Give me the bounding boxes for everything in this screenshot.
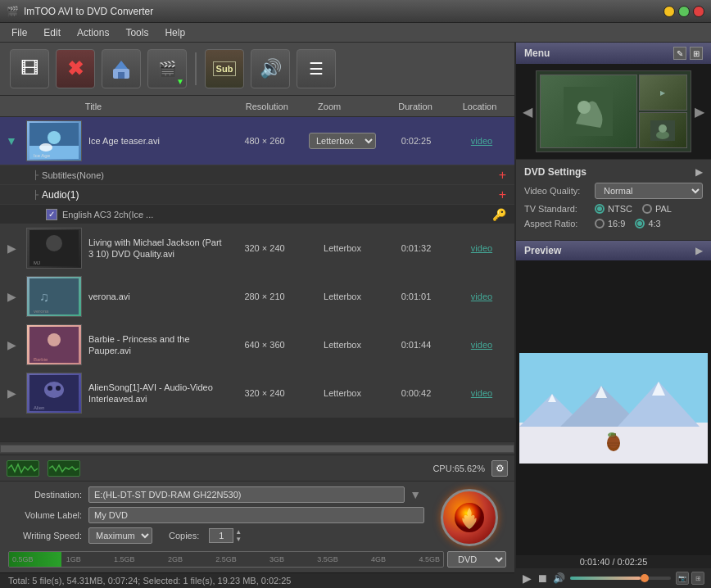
- progress-thumb[interactable]: [641, 574, 649, 582]
- destination-dropdown[interactable]: ▼: [406, 486, 424, 503]
- video-quality-label: Video Quality:: [524, 186, 590, 196]
- wav-icon-1: [7, 460, 39, 477]
- statusbar: CPU:65.62% ⚙: [0, 455, 514, 481]
- preview-progress-slider[interactable]: [570, 577, 671, 580]
- horizontal-scrollbar[interactable]: [0, 441, 514, 455]
- svg-point-27: [659, 124, 667, 133]
- menu-tools[interactable]: Tools: [117, 25, 156, 41]
- menu-next-button[interactable]: ▶: [695, 104, 704, 120]
- file-row[interactable]: ▶ ♫ verona verona.avi 280 × 210 Letterbo…: [0, 273, 514, 321]
- ntsc-label: NTSC: [608, 204, 632, 214]
- file-row[interactable]: ▶ Barbie Barbie - Princess and the Paupe…: [0, 321, 514, 369]
- file-row[interactable]: ▶ Alien AlienSong[1]-AVI - Audio-Video I…: [0, 369, 514, 418]
- menu-grid-button[interactable]: ⊞: [690, 47, 703, 60]
- format-select[interactable]: DVDDVD-5DVD-9: [447, 551, 506, 568]
- app-icon: 🎬: [7, 6, 19, 17]
- audio-track-name: English AC3 2ch(Ice ...: [62, 210, 153, 219]
- ar-4-3-radio[interactable]: [635, 219, 645, 228]
- volume-label-input[interactable]: [88, 507, 424, 523]
- subtitle-button[interactable]: Sub: [205, 49, 244, 88]
- progress-label-7: 4GB: [371, 555, 386, 563]
- file-duration: 0:01:01: [383, 292, 449, 301]
- total-status-text: Total: 5 file(s), 54.31MB, 0:07:24; Sele…: [8, 576, 291, 586]
- preview-title: Preview: [524, 245, 561, 256]
- row-expand-icon[interactable]: ▶: [0, 242, 23, 255]
- destination-input[interactable]: [88, 486, 405, 503]
- file-resolution: 280 × 210: [228, 292, 301, 301]
- file-location-link[interactable]: video: [449, 292, 514, 301]
- file-location-link[interactable]: video: [449, 388, 514, 398]
- minimize-button[interactable]: [663, 6, 675, 17]
- menu-section-tools: ✎ ⊞: [673, 47, 703, 60]
- file-row[interactable]: ▼ Ice Age Ice Age teaser.avi 480 × 260: [0, 117, 514, 165]
- audio-track-checkbox[interactable]: ✓: [46, 209, 57, 220]
- ntsc-radio[interactable]: [595, 204, 605, 214]
- menu-file[interactable]: File: [3, 25, 35, 41]
- fullscreen-button[interactable]: ⊞: [691, 572, 704, 585]
- menu-thumb-2: [639, 112, 687, 148]
- speed-copies-row: Writing Speed: Maximum8x4x Copies: ▲ ▼: [8, 527, 424, 544]
- file-row[interactable]: ▶ MJ Living with Michael Jackson (Part 3…: [0, 224, 514, 273]
- row-expand-icon[interactable]: ▶: [0, 387, 23, 400]
- copies-input[interactable]: [209, 528, 233, 543]
- svg-point-18: [44, 382, 64, 398]
- settings-button[interactable]: ⚙: [491, 460, 508, 477]
- total-status: Total: 5 file(s), 54.31MB, 0:07:24; Sele…: [0, 572, 514, 588]
- copies-up[interactable]: ▲: [235, 528, 242, 536]
- preview-section-header[interactable]: Preview ▶: [516, 241, 711, 260]
- file-location-link[interactable]: video: [449, 340, 514, 350]
- menu-actions[interactable]: Actions: [69, 25, 117, 41]
- dvd-settings-expand[interactable]: ▶: [695, 166, 703, 178]
- file-resolution: 320 × 240: [228, 243, 301, 253]
- pal-radio[interactable]: [642, 204, 652, 214]
- video-quality-row: Video Quality: NormalLowHighVery High: [524, 183, 703, 199]
- menu-preview-area: ◀ ▶: [516, 64, 711, 159]
- speed-select[interactable]: Maximum8x4x: [88, 527, 152, 544]
- tv-standard-row: TV Standard: NTSC PAL: [524, 204, 703, 214]
- file-name: AlienSong[1]-AVI - Audio-Video Interleav…: [88, 382, 213, 404]
- col-header-duration: Duration: [393, 102, 458, 111]
- left-panel: 🎞 ✖ 🎬 ▼ Sub 🔊 ☰: [0, 43, 514, 588]
- ar-4-3-label: 4:3: [648, 219, 660, 228]
- maximize-button[interactable]: [678, 6, 690, 17]
- aspect-ratio-label: Aspect Ratio:: [524, 219, 590, 228]
- copies-down[interactable]: ▼: [235, 536, 242, 543]
- row-expand-icon[interactable]: ▶: [0, 290, 23, 303]
- ar-16-9-option[interactable]: 16:9: [595, 219, 625, 228]
- zoom-select[interactable]: LetterboxPan&ScanFull: [309, 133, 376, 149]
- speed-label: Writing Speed:: [8, 531, 82, 541]
- ntsc-option[interactable]: NTSC: [595, 204, 632, 214]
- ar-4-3-option[interactable]: 4:3: [635, 219, 660, 228]
- play-button[interactable]: ▶: [523, 572, 532, 585]
- menu-edit[interactable]: Edit: [35, 25, 69, 41]
- add-audio-button[interactable]: +: [499, 188, 506, 202]
- volume-button[interactable]: 🔊: [553, 572, 565, 584]
- row-expand-icon[interactable]: ▶: [0, 338, 23, 351]
- file-duration: 0:00:42: [383, 388, 449, 398]
- burn-button[interactable]: [441, 489, 498, 546]
- menu-section-header[interactable]: Menu ✎ ⊞: [516, 43, 711, 64]
- add-video-button[interactable]: 🎞: [10, 49, 49, 88]
- progress-label-1: 1GB: [66, 555, 81, 563]
- add-more-button[interactable]: 🎬 ▼: [147, 49, 187, 88]
- snapshot-button[interactable]: 📷: [676, 572, 689, 585]
- pal-option[interactable]: PAL: [642, 204, 672, 214]
- progress-label-8: 4.5GB: [419, 555, 440, 563]
- row-expand-icon[interactable]: ▼: [0, 134, 23, 147]
- stop-button[interactable]: ⏹: [537, 572, 548, 585]
- volume-label-row: Volume Label:: [8, 507, 424, 523]
- menu-settings-button[interactable]: ☰: [297, 49, 336, 88]
- close-button[interactable]: [693, 6, 704, 17]
- file-location-link[interactable]: video: [449, 136, 514, 146]
- preview-expand-icon[interactable]: ▶: [695, 245, 703, 256]
- ar-16-9-radio[interactable]: [595, 219, 605, 228]
- menu-prev-button[interactable]: ◀: [523, 104, 532, 120]
- video-quality-select[interactable]: NormalLowHighVery High: [595, 183, 703, 199]
- menu-help[interactable]: Help: [156, 25, 193, 41]
- edit-button[interactable]: [102, 49, 141, 88]
- audio-button[interactable]: 🔊: [251, 49, 290, 88]
- remove-button[interactable]: ✖: [56, 49, 95, 88]
- file-location-link[interactable]: video: [449, 243, 514, 253]
- menu-edit-button[interactable]: ✎: [673, 47, 686, 60]
- add-subtitle-button[interactable]: +: [499, 168, 506, 183]
